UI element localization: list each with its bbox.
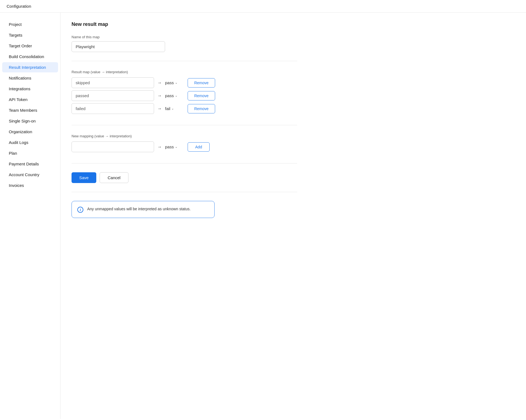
sidebar-item-result-interpretation[interactable]: Result Interpretation — [2, 62, 58, 72]
add-button[interactable]: Add — [188, 142, 210, 152]
mapping-value-2[interactable] — [72, 103, 154, 114]
arrow-1: → — [157, 93, 162, 98]
interp-select-2[interactable]: fail ⌄ — [165, 106, 184, 111]
arrow-0: → — [157, 80, 162, 85]
main-content: New result map Name of this map Result m… — [61, 13, 308, 419]
interp-value-2: fail — [165, 106, 170, 111]
sidebar-item-targets[interactable]: Targets — [2, 30, 58, 40]
name-input[interactable] — [72, 41, 165, 52]
new-mapping-label: New mapping (value → interpretation) — [72, 134, 297, 138]
new-mapping-input[interactable] — [72, 141, 154, 152]
arrow-2: → — [157, 106, 162, 111]
chevron-down-icon-0: ⌄ — [175, 81, 177, 84]
info-box: i Any unmapped values will be interprete… — [72, 201, 215, 218]
page-title: New result map — [72, 21, 297, 27]
interp-value-0: pass — [165, 80, 174, 85]
new-mapping-section: New mapping (value → interpretation) → p… — [72, 134, 297, 163]
sidebar-item-invoices[interactable]: Invoices — [2, 180, 58, 190]
layout: ProjectTargetsTarget OrderBuild Consolid… — [0, 13, 526, 419]
chevron-down-icon-1: ⌄ — [175, 94, 177, 97]
interp-select-1[interactable]: pass ⌄ — [165, 93, 184, 98]
sidebar-item-notifications[interactable]: Notifications — [2, 73, 58, 83]
mapping-row-1: → pass ⌄ Remove — [72, 90, 297, 101]
name-label: Name of this map — [72, 35, 297, 39]
name-section: New result map Name of this map — [72, 21, 297, 61]
mapping-value-1[interactable] — [72, 90, 154, 101]
sidebar-item-project[interactable]: Project — [2, 19, 58, 29]
info-icon: i — [77, 207, 83, 213]
interp-select-0[interactable]: pass ⌄ — [165, 80, 184, 85]
sidebar-item-target-order[interactable]: Target Order — [2, 41, 58, 51]
remove-button-1[interactable]: Remove — [188, 91, 215, 100]
sidebar-item-payment-details[interactable]: Payment Details — [2, 159, 58, 169]
sidebar-item-build-consolidation[interactable]: Build Consolidation — [2, 51, 58, 62]
info-text: Any unmapped values will be interpreted … — [87, 206, 191, 212]
sidebar-item-audit-logs[interactable]: Audit Logs — [2, 137, 58, 148]
chevron-down-icon-new: ⌄ — [175, 145, 177, 149]
save-button[interactable]: Save — [72, 172, 96, 183]
new-mapping-row: → pass ⌄ Add — [72, 141, 297, 152]
sidebar-item-plan[interactable]: Plan — [2, 148, 58, 158]
result-map-section: Result map (value → interpretation) → pa… — [72, 70, 297, 125]
sidebar-item-integrations[interactable]: Integrations — [2, 84, 58, 94]
sidebar-item-organization[interactable]: Organization — [2, 127, 58, 137]
sidebar-item-single-sign-on[interactable]: Single Sign-on — [2, 116, 58, 126]
interp-value-1: pass — [165, 93, 174, 98]
cancel-button[interactable]: Cancel — [100, 172, 128, 183]
new-mapping-interp-value: pass — [165, 144, 174, 149]
chevron-down-icon-2: ⌄ — [171, 107, 174, 110]
new-mapping-interp-select[interactable]: pass ⌄ — [165, 144, 184, 149]
header-title: Configuration — [7, 4, 31, 9]
new-mapping-arrow: → — [157, 144, 162, 149]
mapping-row-0: → pass ⌄ Remove — [72, 77, 297, 88]
page-header: Configuration — [0, 0, 526, 13]
sidebar-item-team-members[interactable]: Team Members — [2, 105, 58, 115]
sidebar-item-account-country[interactable]: Account Country — [2, 170, 58, 180]
result-map-label: Result map (value → interpretation) — [72, 70, 297, 74]
sidebar: ProjectTargetsTarget OrderBuild Consolid… — [0, 13, 61, 419]
actions-row: Save Cancel — [72, 172, 297, 192]
sidebar-item-api-token[interactable]: API Token — [2, 94, 58, 105]
remove-button-0[interactable]: Remove — [188, 78, 215, 88]
mapping-row-2: → fail ⌄ Remove — [72, 103, 297, 114]
remove-button-2[interactable]: Remove — [188, 104, 215, 113]
mapping-value-0[interactable] — [72, 77, 154, 88]
